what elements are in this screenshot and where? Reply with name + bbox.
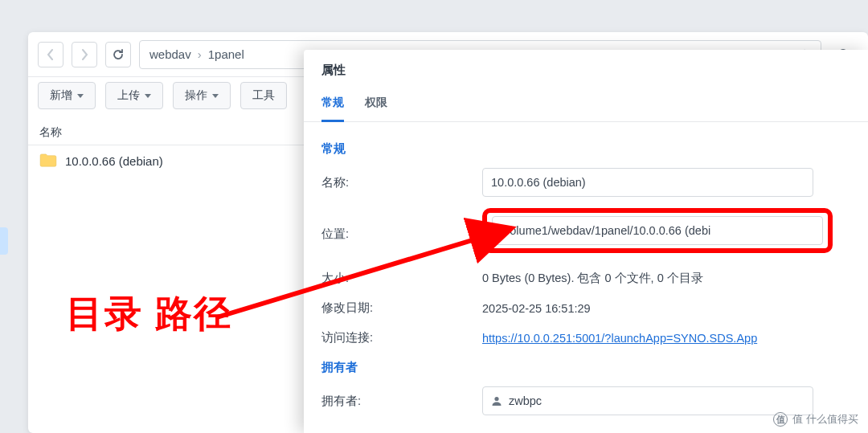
chevron-down-icon xyxy=(145,94,151,98)
tool-button[interactable]: 工具 xyxy=(240,82,287,109)
chevron-right-icon: › xyxy=(198,47,202,61)
annotation-highlight-box xyxy=(482,208,833,253)
tab-permission[interactable]: 权限 xyxy=(365,88,387,121)
section-general: 常规 xyxy=(321,141,850,157)
folder-icon xyxy=(39,153,57,168)
row-owner: 拥有者: zwbpc xyxy=(321,386,850,415)
row-modified: 修改日期: 2025-02-25 16:51:29 xyxy=(321,300,850,316)
label-name: 名称: xyxy=(321,175,482,190)
owner-value: zwbpc xyxy=(509,394,542,407)
operation-button-label: 操作 xyxy=(185,88,207,103)
row-location: 位置: xyxy=(321,211,850,256)
forward-button[interactable] xyxy=(72,42,97,67)
user-icon xyxy=(491,395,502,406)
label-modified: 修改日期: xyxy=(321,300,482,316)
properties-panel: 属性 常规 权限 常规 名称: 位置: 大小: 0 Bytes (0 Bytes… xyxy=(304,50,868,433)
label-access: 访问连接: xyxy=(321,330,482,345)
tool-button-label: 工具 xyxy=(252,88,275,103)
row-name: 名称: xyxy=(321,168,850,197)
watermark-text: 值 什么值得买 xyxy=(792,412,858,427)
label-size: 大小: xyxy=(321,271,482,286)
file-name: 10.0.0.66 (debian) xyxy=(65,154,163,168)
left-edge-notch xyxy=(0,227,8,255)
section-owner: 拥有者 xyxy=(321,360,850,375)
panel-title: 属性 xyxy=(304,50,868,88)
value-modified: 2025-02-25 16:51:29 xyxy=(482,302,850,315)
refresh-button[interactable] xyxy=(105,42,131,67)
chevron-down-icon xyxy=(77,94,84,98)
tab-general[interactable]: 常规 xyxy=(321,88,344,122)
row-size: 大小: 0 Bytes (0 Bytes). 包含 0 个文件, 0 个目录 xyxy=(321,271,850,286)
svg-point-2 xyxy=(494,397,498,401)
row-access: 访问连接: https://10.0.0.251:5001/?launchApp… xyxy=(321,330,850,345)
chevron-down-icon xyxy=(212,94,219,98)
panel-tabs: 常规 权限 xyxy=(304,88,868,122)
operation-button[interactable]: 操作 xyxy=(173,82,231,109)
new-button[interactable]: 新增 xyxy=(38,82,96,109)
owner-select[interactable]: zwbpc xyxy=(482,386,813,415)
access-link[interactable]: https://10.0.0.251:5001/?launchApp=SYNO.… xyxy=(482,332,757,345)
breadcrumb-item[interactable]: 1panel xyxy=(208,47,244,61)
annotation-text: 目录 路径 xyxy=(66,289,232,339)
label-location: 位置: xyxy=(321,227,482,242)
location-field[interactable] xyxy=(492,216,823,245)
upload-button[interactable]: 上传 xyxy=(105,82,163,109)
name-field[interactable] xyxy=(482,168,813,197)
back-button[interactable] xyxy=(38,42,63,67)
watermark: 值 值 什么值得买 xyxy=(773,412,858,427)
watermark-icon: 值 xyxy=(773,412,788,427)
upload-button-label: 上传 xyxy=(117,88,140,103)
new-button-label: 新增 xyxy=(50,88,72,103)
value-size: 0 Bytes (0 Bytes). 包含 0 个文件, 0 个目录 xyxy=(482,271,850,286)
panel-body: 常规 名称: 位置: 大小: 0 Bytes (0 Bytes). 包含 0 个… xyxy=(304,122,868,430)
breadcrumb-item[interactable]: webdav xyxy=(149,47,191,61)
label-owner: 拥有者: xyxy=(321,394,482,409)
